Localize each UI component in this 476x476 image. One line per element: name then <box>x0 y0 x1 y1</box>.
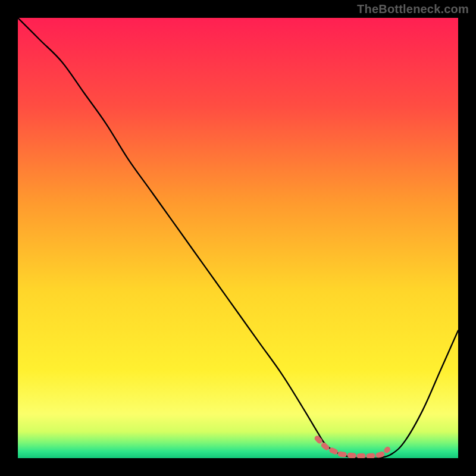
gradient-background <box>18 18 458 458</box>
chart-container: TheBottleneck.com <box>0 0 476 476</box>
bottleneck-chart <box>18 18 458 458</box>
watermark-text: TheBottleneck.com <box>357 2 469 16</box>
plot-area <box>18 18 458 458</box>
